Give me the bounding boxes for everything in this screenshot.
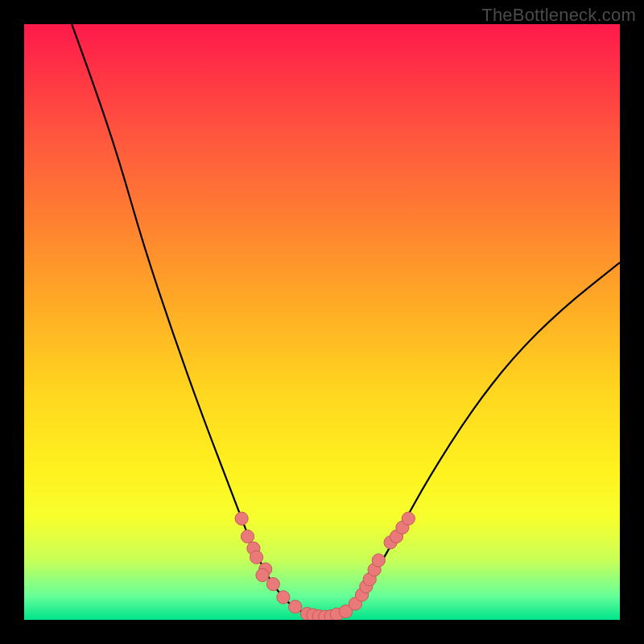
curve-beads <box>235 512 415 620</box>
bottleneck-curve <box>72 24 620 616</box>
curve-bead <box>372 554 385 567</box>
curve-bead <box>266 578 279 591</box>
curve-bead <box>289 601 302 613</box>
curve-bead <box>277 591 290 604</box>
curve-bead <box>250 551 263 564</box>
chart-svg <box>24 24 620 620</box>
chart-plot-area <box>24 24 620 620</box>
chart-frame: TheBottleneck.com <box>0 0 644 644</box>
watermark-text: TheBottleneck.com <box>481 5 636 26</box>
curve-bead <box>235 512 248 525</box>
curve-bead <box>241 530 254 543</box>
curve-bead <box>402 512 415 525</box>
curve-bead <box>256 568 269 581</box>
